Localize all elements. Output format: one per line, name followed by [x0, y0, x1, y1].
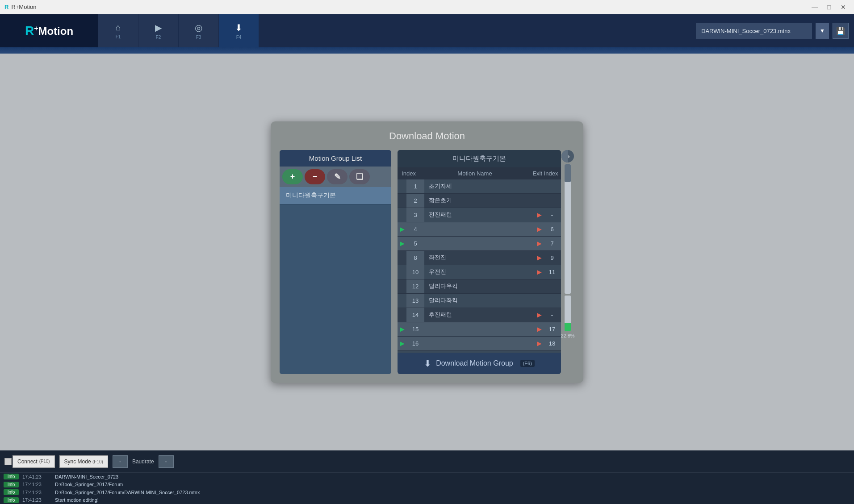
tab-home[interactable]: ⌂ F1 [98, 14, 138, 47]
log-badge: Info [4, 497, 19, 503]
col-exit-header: Exit Index [530, 170, 561, 177]
connect-area: Connect (F10) [4, 455, 55, 468]
log-row: Info 17:41:23 DARWIN-MINI_Soccer_0723 [0, 473, 854, 481]
maximize-button[interactable]: □ [823, 1, 835, 13]
status-logs: Info 17:41:23 DARWIN-MINI_Soccer_0723 In… [0, 473, 854, 504]
tab-download-key: F4 [236, 35, 242, 40]
tab-settings[interactable]: ◎ F3 [179, 14, 219, 47]
motion-table-header: 미니다원축구기본 [398, 150, 561, 167]
progress-label: 22.8% [561, 333, 574, 338]
settings-icon: ◎ [195, 22, 202, 33]
connect-button[interactable]: Connect (F10) [13, 455, 55, 468]
save-button[interactable]: 💾 [833, 23, 849, 39]
motion-table-columns: Index Motion Name Exit Index [398, 167, 561, 179]
edit-group-button[interactable]: ✎ [327, 169, 347, 184]
log-time: 17:41:23 [22, 474, 51, 479]
baudrate-label: Baudrate [132, 458, 154, 465]
motion-rows-container[interactable]: 1 초기자세 2 짧은초기 [398, 179, 561, 351]
motion-rows: 1 초기자세 2 짧은초기 [398, 179, 561, 351]
file-name: DARWIN-MINI_Soccer_0723.mtnx [701, 28, 791, 34]
minimize-button[interactable]: — [808, 1, 821, 13]
table-row[interactable]: 8 좌전진 ▶ 9 [398, 251, 561, 265]
table-row[interactable]: 3 전진패턴 ▶ - [398, 208, 561, 222]
download-tab-icon: ⬇ [235, 22, 243, 33]
right-side-panel: % 22.8% [561, 150, 574, 374]
close-button[interactable]: ✕ [837, 1, 850, 13]
toolbar-right: DARWIN-MINI_Soccer_0723.mtnx ▼ 💾 [696, 23, 854, 39]
log-time: 17:41:23 [22, 490, 51, 495]
file-selector[interactable]: DARWIN-MINI_Soccer_0723.mtnx [696, 23, 812, 39]
titlebar-right: — □ ✕ [808, 1, 850, 13]
motion-group-header: Motion Group List [280, 150, 391, 167]
log-time: 17:41:23 [22, 482, 51, 487]
progress-bar [565, 296, 571, 331]
motion-group-panel: Motion Group List + − ✎ ❏ 미니다원축구기본 [280, 150, 391, 374]
motion-group-list[interactable]: 미니다원축구기본 [280, 187, 391, 374]
log-msg: D:/Book_Springer_2017/Forum [55, 482, 123, 487]
log-row: Info 17:41:23 Start motion editing! [0, 496, 854, 504]
file-dropdown-button[interactable]: ▼ [816, 23, 829, 39]
table-row[interactable]: 2 짧은초기 [398, 194, 561, 208]
table-row[interactable]: 12 달리다우킥 [398, 279, 561, 294]
download-motion-group-button[interactable]: ⬇ Download Motion Group (F6) [398, 353, 561, 374]
table-row[interactable]: ▶ 5 ▶ 7 [398, 237, 561, 251]
progress-fill [565, 323, 571, 331]
titlebar: R R+Motion — □ ✕ [0, 0, 854, 14]
blue-separator [0, 47, 854, 54]
main-content: Download Motion Motion Group List + − ✎ … [0, 54, 854, 450]
dialog-body: Motion Group List + − ✎ ❏ 미니다원축구기본 미니다원축… [280, 150, 574, 374]
add-group-button[interactable]: + [282, 169, 303, 184]
motion-table-area: 미니다원축구기본 Index Motion Name Exit Index [398, 150, 574, 374]
log-badge: Info [4, 482, 19, 487]
app-icon: R [4, 4, 8, 10]
table-row[interactable]: 13 달리다좌킥 [398, 294, 561, 308]
motion-group-toolbar: + − ✎ ❏ [280, 167, 391, 187]
table-row[interactable]: ▶ 4 ▶ 6 [398, 222, 561, 237]
log-row: Info 17:41:23 D:/Book_Springer_2017/Foru… [0, 481, 854, 489]
log-badge: Info [4, 474, 19, 479]
film-icon: ▶ [155, 22, 162, 33]
copy-group-button[interactable]: ❏ [349, 169, 370, 184]
dialog-title: Download Motion [280, 130, 574, 142]
table-row[interactable]: ▶ 16 ▶ 18 [398, 337, 561, 351]
download-key-badge: (F6) [520, 360, 535, 367]
sync-key: (F10) [92, 459, 103, 464]
status-bar: Connect (F10) Sync Mode (F10) - Baudrate… [0, 450, 854, 504]
scrollbar-track[interactable] [565, 164, 571, 294]
sync-mode-button[interactable]: Sync Mode (F10) [59, 455, 108, 468]
dash1-button[interactable]: - [113, 455, 128, 468]
scrollbar-thumb[interactable] [565, 164, 571, 182]
table-row[interactable]: 14 후진패턴 ▶ - [398, 308, 561, 322]
home-icon: ⌂ [115, 22, 121, 33]
col-index-header: Index [398, 170, 420, 177]
connect-label: Connect [17, 458, 38, 465]
tab-motion[interactable]: ▶ F2 [138, 14, 179, 47]
log-msg: Start motion editing! [55, 497, 99, 503]
log-time: 17:41:23 [22, 497, 51, 503]
motion-right-area: 미니다원축구기본 Index Motion Name Exit Index [398, 150, 574, 374]
app-logo: R+Motion [25, 24, 73, 38]
list-item[interactable]: 미니다원축구기본 [280, 187, 391, 204]
progress-icon: % [561, 150, 574, 162]
download-icon: ⬇ [424, 358, 431, 369]
log-msg: DARWIN-MINI_Soccer_0723 [55, 474, 118, 479]
tab-download[interactable]: ⬇ F4 [219, 14, 259, 47]
log-msg: D:/Book_Springer_2017/Forum/DARWIN-MINI_… [55, 490, 200, 495]
app-title: R+Motion [11, 4, 36, 10]
download-dialog: Download Motion Motion Group List + − ✎ … [271, 121, 583, 383]
log-badge: Info [4, 489, 19, 495]
col-name-header: Motion Name [420, 170, 530, 177]
sync-label: Sync Mode [64, 458, 91, 465]
dash2-button[interactable]: - [159, 455, 174, 468]
remove-group-button[interactable]: − [305, 169, 325, 184]
table-row[interactable]: ▶ 15 ▶ 17 [398, 322, 561, 337]
titlebar-left: R R+Motion [4, 4, 36, 10]
tab-home-key: F1 [116, 34, 121, 39]
motion-table-panel: 미니다원축구기본 Index Motion Name Exit Index [398, 150, 561, 374]
logo-area: R+Motion [0, 14, 98, 47]
table-row[interactable]: 1 초기자세 [398, 179, 561, 194]
download-btn-label: Download Motion Group [436, 359, 513, 367]
status-top: Connect (F10) Sync Mode (F10) - Baudrate… [0, 450, 854, 473]
table-row[interactable]: 10 우전진 ▶ 11 [398, 265, 561, 279]
tab-motion-key: F2 [156, 35, 161, 40]
